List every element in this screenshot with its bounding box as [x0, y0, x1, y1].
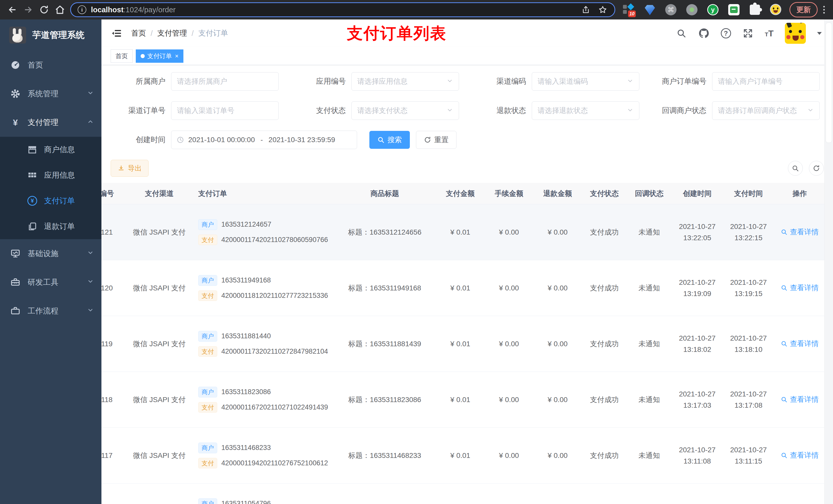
refund-status-select[interactable]: 请选择退款状态: [532, 101, 639, 120]
search-icon[interactable]: [676, 28, 687, 39]
notify-status-select[interactable]: 请选择订单回调商户状态: [712, 101, 820, 120]
puzzle-extensions-icon[interactable]: [749, 4, 761, 16]
sidebar-item-payment[interactable]: ¥ 支付管理: [0, 108, 101, 137]
select-placeholder: 请选择应用信息: [357, 77, 447, 86]
view-detail-link[interactable]: 查看详情: [781, 394, 819, 404]
y-extension-icon[interactable]: y: [707, 4, 719, 16]
avatar-caret-icon[interactable]: [817, 32, 822, 35]
sidebar-item-workflow[interactable]: 工作流程: [0, 296, 101, 325]
sidebar-item-home[interactable]: 首页: [0, 51, 101, 79]
sidebar-item-pay-order[interactable]: ¥ 支付订单: [0, 188, 101, 214]
pay-order-table: 编号 支付渠道 支付订单 商品标题 支付金额 手续金额 退款金额 支付状态 回调…: [101, 183, 825, 504]
sidebar-fold-icon[interactable]: [111, 27, 122, 39]
back-icon[interactable]: [7, 4, 18, 15]
cell-action: 查看详情: [774, 451, 825, 460]
merchant-order-no-input[interactable]: [712, 72, 820, 91]
sidebar-item-refund-order[interactable]: 退款订单: [0, 214, 101, 239]
close-icon[interactable]: ×: [175, 53, 178, 59]
sidebar-item-app-info[interactable]: 应用信息: [0, 162, 101, 188]
sidebar-item-system[interactable]: 系统管理: [0, 79, 101, 108]
sidebar-item-label: 首页: [28, 60, 43, 70]
export-button[interactable]: 导出: [111, 160, 148, 177]
share-icon[interactable]: [581, 5, 591, 15]
pay-status-select[interactable]: 请选择支付状态: [352, 101, 459, 120]
channel-order-no-field[interactable]: [177, 106, 273, 115]
sidebar-item-infrastructure[interactable]: 基础设施: [0, 239, 101, 268]
yen-circle-icon: ¥: [27, 196, 38, 206]
chevron-down-icon: [87, 89, 94, 98]
scrollbar-thumb[interactable]: [826, 23, 832, 143]
view-detail-link[interactable]: 查看详情: [781, 451, 819, 460]
tag-pay-order[interactable]: 支付订单 ×: [136, 49, 184, 63]
home-icon[interactable]: [54, 4, 66, 15]
merchant-input-field[interactable]: [177, 77, 273, 86]
created-date: 2021-10-27: [674, 333, 720, 344]
view-detail-link[interactable]: 查看详情: [781, 227, 819, 237]
sidebar-item-dev-tools[interactable]: 研发工具: [0, 268, 101, 296]
chevron-down-icon: [807, 107, 814, 115]
cell-created-time: 2021-10-27 13:19:09: [672, 277, 723, 299]
refresh-icon[interactable]: [809, 161, 824, 176]
table-row: 117 微信 JSAPI 支付 商户 1635311468233 支付 4200…: [101, 428, 825, 483]
toggle-search-icon[interactable]: [788, 161, 803, 176]
view-detail-link[interactable]: 查看详情: [781, 283, 819, 293]
app-select[interactable]: 请选择应用信息: [352, 72, 459, 91]
title-prefix: 标题：: [348, 228, 370, 236]
created-date: 2021-10-27: [674, 444, 720, 455]
chevron-down-icon: [87, 249, 94, 258]
reset-button[interactable]: 重置: [416, 131, 456, 149]
browser-menu-icon[interactable]: [822, 4, 826, 15]
dot-extension-icon[interactable]: [686, 4, 698, 16]
field-label: 回调商户状态: [652, 105, 712, 116]
breadcrumb-payment[interactable]: 支付管理: [157, 28, 187, 39]
merchant-order-line: 商户 1635311823086: [198, 387, 331, 397]
font-size-icon[interactable]: TT: [765, 28, 774, 39]
filter-notify-status: 回调商户状态 请选择订单回调商户状态: [652, 101, 820, 120]
forward-icon[interactable]: [23, 4, 34, 15]
tampermonkey-extension-icon[interactable]: 10: [623, 4, 635, 16]
storefront-icon: [27, 144, 38, 155]
merchant-order-no-field[interactable]: [718, 77, 814, 86]
merchant-order-line: 商户 1635312124657: [198, 219, 331, 230]
date-range-picker[interactable]: 2021-10-01 00:00:00 - 2021-10-31 23:59:5…: [171, 130, 357, 149]
toolbox-icon: [10, 277, 21, 287]
user-avatar[interactable]: [785, 23, 806, 44]
bookmark-star-icon[interactable]: [598, 5, 608, 15]
url-bar[interactable]: i localhost:1024/pay/order: [70, 2, 615, 17]
gem-extension-icon[interactable]: [644, 4, 656, 16]
filter-refund-status: 退款状态 请选择退款状态: [471, 101, 639, 120]
command-extension-icon[interactable]: ⌘: [665, 4, 677, 16]
profile-emoji-icon[interactable]: [770, 4, 782, 16]
tag-home[interactable]: 首页: [111, 49, 133, 63]
view-detail-link[interactable]: 查看详情: [781, 339, 819, 349]
search-button[interactable]: 搜索: [370, 131, 410, 149]
merchant-order-no: 1635311949168: [221, 276, 271, 284]
title-value: 1635312124656: [370, 228, 421, 236]
merchant-input[interactable]: [171, 72, 279, 91]
main-area: 首页 / 支付管理 / 支付订单 支付订单列表 ? TT: [101, 20, 833, 504]
paid-date: 2021-10-27: [725, 221, 771, 232]
table-row: 118 微信 JSAPI 支付 商户 1635311823086 支付 4200…: [101, 372, 825, 428]
breadcrumb-home[interactable]: 首页: [131, 28, 146, 39]
help-icon[interactable]: ?: [721, 28, 731, 39]
created-date: 2021-10-27: [674, 388, 720, 400]
channel-code-select[interactable]: 请输入渠道编码: [532, 72, 639, 91]
sidebar-item-label: 商户信息: [44, 144, 75, 155]
browser-update-button[interactable]: 更新: [789, 2, 818, 18]
chat-extension-icon[interactable]: [728, 4, 740, 16]
channel-order-no-input[interactable]: [171, 101, 279, 120]
sidebar-item-merchant-info[interactable]: 商户信息: [0, 137, 101, 162]
monitor-icon: [10, 248, 21, 259]
yen-icon: ¥: [10, 117, 21, 127]
page-scrollbar[interactable]: [824, 20, 833, 504]
github-icon[interactable]: [698, 28, 710, 39]
sidebar-logo[interactable]: 芋道管理系统: [0, 20, 101, 51]
cell-channel: 微信 JSAPI 支付: [126, 395, 193, 405]
site-info-icon[interactable]: i: [78, 5, 86, 14]
cell-title: 标题：1635311468233: [334, 451, 436, 460]
reload-icon[interactable]: [39, 4, 50, 15]
cell-action: 查看详情: [774, 339, 825, 349]
created-time: 13:11:08: [674, 456, 720, 466]
paid-date: 2021-10-27: [725, 444, 771, 455]
fullscreen-icon[interactable]: [742, 28, 754, 39]
